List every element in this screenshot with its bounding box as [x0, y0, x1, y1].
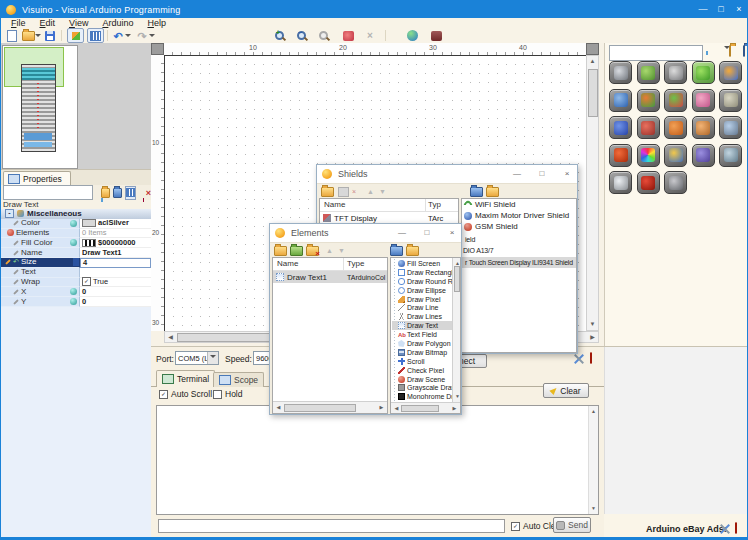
column-divider[interactable] — [425, 199, 426, 211]
expand-folder-icon[interactable] — [101, 188, 110, 198]
package-button[interactable] — [429, 29, 443, 42]
zoom-reset-button[interactable] — [317, 29, 331, 42]
undo-dropdown[interactable] — [124, 29, 132, 42]
elements-minimize-button[interactable]: — — [394, 225, 410, 240]
zoom-in-button[interactable]: + — [273, 29, 287, 42]
element-type-item[interactable]: Draw Text — [392, 321, 452, 330]
properties-search-input[interactable] — [3, 185, 93, 200]
element-type-item[interactable]: Draw Lines — [392, 312, 452, 321]
pin-icon[interactable] — [70, 220, 77, 227]
tab-scope[interactable]: Scope — [213, 372, 264, 387]
palette-folder-icon[interactable] — [729, 45, 731, 57]
terminal-disconnect-button[interactable] — [590, 353, 592, 363]
collapse-all-button[interactable] — [406, 246, 419, 256]
wrap-checkbox[interactable]: ✓ — [82, 277, 91, 286]
element-type-item[interactable]: Scroll — [392, 357, 452, 366]
save-button[interactable] — [43, 29, 57, 42]
menu-item-view[interactable]: View — [62, 18, 95, 28]
palette-search-input[interactable] — [609, 45, 703, 61]
terminal-scrollbar[interactable]: ▲ ▼ — [588, 406, 598, 514]
element-type-item[interactable]: Grayscale Draw S — [392, 383, 452, 392]
canvas-vscrollbar[interactable]: ▲ ▼ — [586, 55, 599, 331]
clear-button[interactable]: Clear — [543, 383, 589, 398]
view-mode-button[interactable] — [125, 186, 136, 200]
column-divider[interactable] — [343, 258, 344, 270]
minimap-canvas[interactable] — [2, 45, 78, 169]
minimize-button[interactable]: — — [693, 1, 713, 18]
gamepad-button[interactable] — [664, 171, 687, 194]
hand-card-button[interactable] — [692, 116, 715, 139]
ads-close-button[interactable] — [735, 523, 737, 533]
scroll-thumb[interactable] — [454, 266, 460, 292]
element-type-item[interactable]: Draw Ellipse — [392, 286, 452, 295]
expand-chip[interactable] — [73, 258, 79, 266]
move-down-button[interactable]: ▼ — [338, 246, 345, 255]
scroll-right-arrow[interactable]: ▶ — [587, 332, 598, 342]
math-ops-button[interactable] — [664, 89, 687, 112]
hold-checkbox[interactable]: Hold — [213, 389, 242, 399]
new-project-button[interactable] — [5, 29, 19, 42]
close-button[interactable]: × — [729, 1, 748, 18]
element-type-item[interactable]: Draw Line — [392, 303, 452, 312]
terminal-output[interactable]: ▲ ▼ — [156, 405, 599, 515]
element-type-item[interactable]: Fill Screen — [392, 259, 452, 268]
clock-button[interactable] — [664, 144, 687, 167]
elements-catalog-hscrollbar[interactable]: ◀ ▶ — [391, 402, 460, 413]
elements-maximize-button[interactable]: □ — [419, 225, 435, 240]
menu-item-arduino[interactable]: Arduino — [95, 18, 140, 28]
scroll-down-arrow[interactable]: ▼ — [588, 503, 599, 514]
view-toggle-components[interactable] — [67, 29, 84, 42]
auto-scroll-checkbox[interactable]: ✓ Auto Scroll — [159, 389, 212, 399]
scroll-down-arrow[interactable]: ▼ — [452, 391, 461, 402]
collapse-icon[interactable]: - — [5, 209, 14, 218]
scroll-down-arrow[interactable]: ▼ — [587, 319, 598, 330]
menu-item-file[interactable]: File — [4, 18, 33, 28]
mouse-button[interactable] — [609, 89, 632, 112]
color-wheel-button[interactable] — [637, 144, 660, 167]
red-house-button[interactable] — [637, 116, 660, 139]
maximize-button[interactable]: □ — [711, 1, 731, 18]
column-name[interactable]: Name — [277, 259, 298, 268]
delete-button[interactable]: × — [363, 29, 377, 42]
catalog-item[interactable]: WiFi Shield — [462, 199, 576, 210]
move-up-button[interactable]: ▲ — [367, 187, 374, 196]
key-button[interactable] — [609, 61, 632, 84]
column-type[interactable]: Type — [347, 259, 364, 268]
pin-icon[interactable] — [70, 239, 77, 246]
elements-list-hscrollbar[interactable]: ◀ ▶ — [273, 401, 387, 413]
add-shield-button[interactable] — [321, 187, 334, 197]
move-down-button[interactable]: ▼ — [379, 187, 386, 196]
tab-properties[interactable]: Properties — [3, 171, 71, 186]
shields-maximize-button[interactable]: □ — [534, 166, 550, 181]
delete-shield-button[interactable]: × — [352, 187, 356, 196]
element-type-item[interactable]: Monohrome Draw — [392, 392, 452, 401]
chip-button[interactable] — [692, 144, 715, 167]
circuit-board-button[interactable] — [637, 61, 660, 84]
numbers-123-button[interactable] — [719, 61, 742, 84]
size-value-editor[interactable]: 4 — [80, 258, 151, 268]
pin-icon[interactable] — [70, 298, 77, 305]
scroll-thumb[interactable] — [588, 69, 598, 117]
elements-catalog-vscrollbar[interactable]: ▲ ▼ — [452, 258, 461, 402]
add-element-button[interactable] — [274, 246, 287, 256]
tab-terminal[interactable]: Terminal — [156, 370, 215, 387]
send-button[interactable]: Send — [553, 517, 591, 533]
property-row-y[interactable]: Y 0 — [1, 297, 151, 307]
port-select[interactable]: COM5 (L — [175, 351, 219, 365]
snapshot-button[interactable] — [341, 29, 355, 42]
pin-icon[interactable] — [70, 288, 77, 295]
help-button[interactable] — [405, 29, 419, 42]
collapse-all-button[interactable] — [486, 187, 499, 197]
insert-element-button[interactable] — [290, 246, 303, 256]
redo-dropdown[interactable] — [148, 29, 156, 42]
elements-close-button[interactable]: × — [444, 225, 460, 240]
shields-minimize-button[interactable]: — — [509, 166, 525, 181]
undo-button[interactable]: ↶ — [111, 29, 125, 42]
delete-element-button[interactable] — [306, 246, 319, 256]
menu-item-help[interactable]: Help — [140, 18, 173, 28]
letters-abc-button[interactable] — [637, 89, 660, 112]
scroll-right-arrow[interactable]: ▶ — [449, 403, 460, 413]
expand-all-button[interactable] — [470, 187, 483, 197]
element-type-item[interactable]: Draw Polygon — [392, 339, 452, 348]
palette-folder-blue-icon[interactable] — [743, 45, 745, 57]
